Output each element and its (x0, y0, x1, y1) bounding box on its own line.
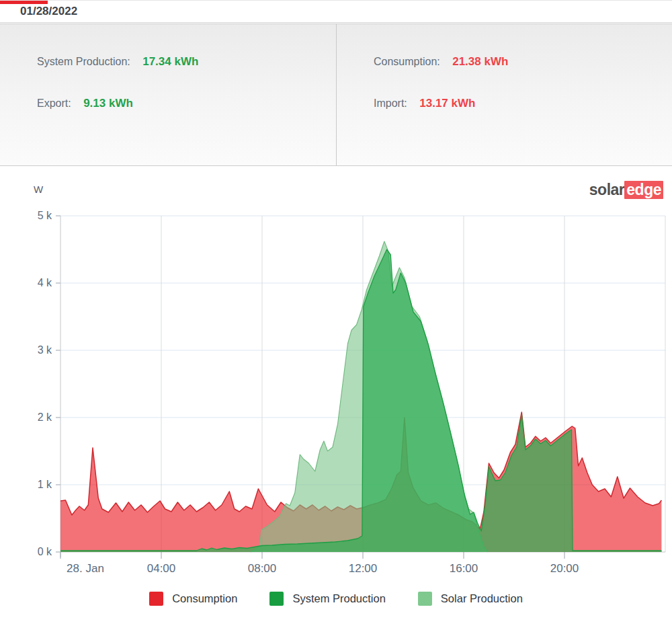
legend-item-consumption[interactable]: Consumption (149, 592, 237, 606)
svg-text:4 k: 4 k (38, 277, 52, 288)
legend-item-solar-production[interactable]: Solar Production (418, 592, 523, 606)
system-production-value: 17.34 kWh (142, 55, 198, 68)
svg-text:2 k: 2 k (38, 411, 52, 423)
svg-text:08:00: 08:00 (248, 562, 277, 575)
consumption-row: Consumption: 21.38 kWh (374, 55, 672, 69)
consumption-label: Consumption: (374, 56, 440, 67)
date-picker-field[interactable]: 01/28/2022 (20, 1, 77, 24)
legend-item-system-production[interactable]: System Production (269, 592, 385, 606)
svg-text:1 k: 1 k (38, 479, 52, 490)
import-value: 13.17 kWh (419, 97, 475, 110)
export-row: Export: 9.13 kWh (37, 97, 336, 110)
legend-label-solar-production: Solar Production (441, 592, 523, 605)
svg-text:3 k: 3 k (38, 344, 52, 356)
chart-legend: Consumption System Production Solar Prod… (0, 592, 672, 606)
system-production-row: System Production: 17.34 kWh (37, 55, 336, 69)
consumption-swatch-icon (149, 592, 163, 606)
export-label: Export: (37, 97, 71, 109)
consumption-summary-panel: Consumption: 21.38 kWh Import: 13.17 kWh (336, 24, 672, 165)
chart-plot-area[interactable]: 0 k1 k2 k3 k4 k5 k28. Jan04:0008:0012:00… (0, 166, 672, 634)
legend-label-consumption: Consumption (172, 592, 237, 605)
import-row: Import: 13.17 kWh (374, 97, 672, 110)
energy-summary-panel: System Production: 17.34 kWh Export: 9.1… (0, 24, 672, 166)
svg-text:0 k: 0 k (38, 546, 52, 557)
svg-text:12:00: 12:00 (349, 562, 378, 575)
export-value: 9.13 kWh (83, 97, 133, 110)
solar-production-swatch-icon (418, 592, 432, 606)
svg-text:28. Jan: 28. Jan (67, 562, 104, 575)
system-production-swatch-icon (269, 592, 284, 606)
consumption-value: 21.38 kWh (452, 55, 508, 68)
title-bar: 01/28/2022 (0, 0, 672, 23)
import-label: Import: (374, 97, 407, 109)
system-production-label: System Production: (37, 56, 130, 67)
svg-text:04:00: 04:00 (147, 562, 176, 575)
svg-text:5 k: 5 k (38, 210, 52, 221)
legend-label-system-production: System Production (292, 592, 385, 605)
production-summary-panel: System Production: 17.34 kWh Export: 9.1… (0, 24, 336, 165)
power-chart-section: W solaredge 0 k1 k2 k3 k4 k5 k28. Jan04:… (0, 166, 672, 634)
svg-text:20:00: 20:00 (550, 562, 579, 575)
svg-text:16:00: 16:00 (450, 562, 478, 575)
